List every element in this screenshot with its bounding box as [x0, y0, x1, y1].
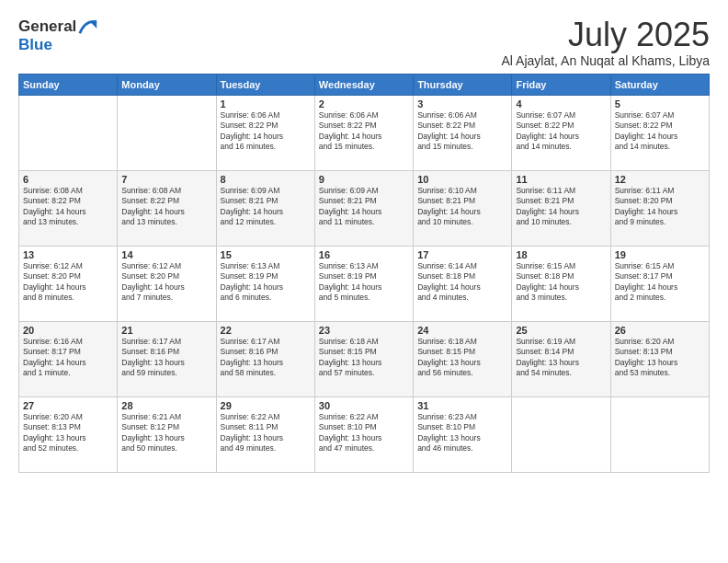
cell-info: Sunrise: 6:07 AM Sunset: 8:22 PM Dayligh… [516, 110, 606, 153]
calendar-cell: 29Sunrise: 6:22 AM Sunset: 8:11 PM Dayli… [216, 396, 314, 472]
header: General Blue July 2025 Al Ajaylat, An Nu… [18, 17, 710, 68]
cell-info: Sunrise: 6:22 AM Sunset: 8:11 PM Dayligh… [221, 412, 311, 454]
day-number: 22 [221, 325, 311, 336]
calendar-cell [19, 95, 118, 170]
calendar-cell: 9Sunrise: 6:09 AM Sunset: 8:21 PM Daylig… [314, 170, 413, 246]
day-number: 7 [121, 174, 211, 185]
cell-info: Sunrise: 6:18 AM Sunset: 8:15 PM Dayligh… [417, 337, 507, 379]
day-number: 12 [615, 174, 705, 185]
day-number: 9 [319, 174, 409, 185]
calendar-cell: 19Sunrise: 6:15 AM Sunset: 8:17 PM Dayli… [610, 246, 709, 321]
cell-info: Sunrise: 6:14 AM Sunset: 8:18 PM Dayligh… [417, 261, 507, 304]
calendar-cell: 23Sunrise: 6:18 AM Sunset: 8:15 PM Dayli… [314, 321, 413, 396]
logo-icon [78, 17, 98, 37]
day-number: 27 [23, 400, 113, 411]
day-number: 6 [23, 174, 113, 185]
calendar-cell: 11Sunrise: 6:11 AM Sunset: 8:21 PM Dayli… [512, 170, 610, 246]
calendar-cell: 7Sunrise: 6:08 AM Sunset: 8:22 PM Daylig… [118, 170, 216, 246]
day-number: 17 [417, 249, 507, 260]
cell-info: Sunrise: 6:09 AM Sunset: 8:21 PM Dayligh… [221, 186, 311, 228]
day-number: 14 [121, 249, 211, 260]
cell-info: Sunrise: 6:06 AM Sunset: 8:22 PM Dayligh… [417, 110, 507, 153]
weekday-header: Monday [118, 74, 216, 95]
calendar-cell: 5Sunrise: 6:07 AM Sunset: 8:22 PM Daylig… [610, 95, 709, 170]
weekday-header: Thursday [414, 74, 512, 95]
calendar-cell: 2Sunrise: 6:06 AM Sunset: 8:22 PM Daylig… [314, 95, 413, 170]
calendar-cell: 20Sunrise: 6:16 AM Sunset: 8:17 PM Dayli… [19, 321, 118, 396]
calendar-cell [512, 396, 610, 472]
calendar-cell [118, 95, 216, 170]
day-number: 21 [121, 325, 211, 336]
logo-general: General [18, 18, 76, 36]
title-block: July 2025 Al Ajaylat, An Nuqat al Khams,… [502, 17, 710, 68]
cell-info: Sunrise: 6:11 AM Sunset: 8:21 PM Dayligh… [516, 186, 606, 228]
day-number: 13 [23, 249, 113, 260]
calendar-cell: 8Sunrise: 6:09 AM Sunset: 8:21 PM Daylig… [216, 170, 314, 246]
day-number: 30 [319, 400, 409, 411]
calendar-cell: 27Sunrise: 6:20 AM Sunset: 8:13 PM Dayli… [19, 396, 118, 472]
calendar-cell: 6Sunrise: 6:08 AM Sunset: 8:22 PM Daylig… [19, 170, 118, 246]
cell-info: Sunrise: 6:23 AM Sunset: 8:10 PM Dayligh… [417, 412, 507, 454]
calendar-cell: 16Sunrise: 6:13 AM Sunset: 8:19 PM Dayli… [314, 246, 413, 321]
day-number: 2 [319, 98, 409, 109]
day-number: 26 [615, 325, 705, 336]
page: General Blue July 2025 Al Ajaylat, An Nu… [0, 0, 728, 563]
day-number: 23 [319, 325, 409, 336]
cell-info: Sunrise: 6:13 AM Sunset: 8:19 PM Dayligh… [221, 261, 311, 304]
weekday-header: Sunday [19, 74, 118, 95]
day-number: 5 [615, 98, 705, 109]
calendar-cell: 17Sunrise: 6:14 AM Sunset: 8:18 PM Dayli… [414, 246, 512, 321]
cell-info: Sunrise: 6:18 AM Sunset: 8:15 PM Dayligh… [319, 337, 409, 379]
cell-info: Sunrise: 6:22 AM Sunset: 8:10 PM Dayligh… [319, 412, 409, 454]
cell-info: Sunrise: 6:15 AM Sunset: 8:17 PM Dayligh… [615, 261, 705, 304]
cell-info: Sunrise: 6:12 AM Sunset: 8:20 PM Dayligh… [121, 261, 211, 304]
cell-info: Sunrise: 6:09 AM Sunset: 8:21 PM Dayligh… [319, 186, 409, 228]
cell-info: Sunrise: 6:19 AM Sunset: 8:14 PM Dayligh… [516, 337, 606, 379]
cell-info: Sunrise: 6:17 AM Sunset: 8:16 PM Dayligh… [221, 337, 311, 379]
day-number: 28 [121, 400, 211, 411]
calendar-cell: 24Sunrise: 6:18 AM Sunset: 8:15 PM Dayli… [414, 321, 512, 396]
day-number: 18 [516, 249, 606, 260]
day-number: 25 [516, 325, 606, 336]
calendar-cell: 28Sunrise: 6:21 AM Sunset: 8:12 PM Dayli… [118, 396, 216, 472]
day-number: 4 [516, 98, 606, 109]
day-number: 15 [221, 249, 311, 260]
day-number: 3 [417, 98, 507, 109]
calendar-cell [610, 396, 709, 472]
calendar-cell: 26Sunrise: 6:20 AM Sunset: 8:13 PM Dayli… [610, 321, 709, 396]
logo-blue: Blue [18, 36, 52, 53]
calendar-cell: 21Sunrise: 6:17 AM Sunset: 8:16 PM Dayli… [118, 321, 216, 396]
calendar-cell: 14Sunrise: 6:12 AM Sunset: 8:20 PM Dayli… [118, 246, 216, 321]
cell-info: Sunrise: 6:10 AM Sunset: 8:21 PM Dayligh… [417, 186, 507, 228]
day-number: 16 [319, 249, 409, 260]
calendar-cell: 13Sunrise: 6:12 AM Sunset: 8:20 PM Dayli… [19, 246, 118, 321]
cell-info: Sunrise: 6:11 AM Sunset: 8:20 PM Dayligh… [615, 186, 705, 228]
cell-info: Sunrise: 6:07 AM Sunset: 8:22 PM Dayligh… [615, 110, 705, 153]
logo: General Blue [18, 17, 98, 54]
calendar-cell: 22Sunrise: 6:17 AM Sunset: 8:16 PM Dayli… [216, 321, 314, 396]
cell-info: Sunrise: 6:15 AM Sunset: 8:18 PM Dayligh… [516, 261, 606, 304]
day-number: 1 [221, 98, 311, 109]
cell-info: Sunrise: 6:12 AM Sunset: 8:20 PM Dayligh… [23, 261, 113, 304]
day-number: 10 [417, 174, 507, 185]
cell-info: Sunrise: 6:06 AM Sunset: 8:22 PM Dayligh… [319, 110, 409, 153]
calendar-cell: 1Sunrise: 6:06 AM Sunset: 8:22 PM Daylig… [216, 95, 314, 170]
month-title: July 2025 [502, 17, 710, 53]
calendar: SundayMondayTuesdayWednesdayThursdayFrid… [18, 74, 710, 473]
day-number: 31 [417, 400, 507, 411]
cell-info: Sunrise: 6:21 AM Sunset: 8:12 PM Dayligh… [121, 412, 211, 454]
cell-info: Sunrise: 6:17 AM Sunset: 8:16 PM Dayligh… [121, 337, 211, 379]
day-number: 8 [221, 174, 311, 185]
cell-info: Sunrise: 6:13 AM Sunset: 8:19 PM Dayligh… [319, 261, 409, 304]
calendar-cell: 10Sunrise: 6:10 AM Sunset: 8:21 PM Dayli… [414, 170, 512, 246]
cell-info: Sunrise: 6:16 AM Sunset: 8:17 PM Dayligh… [23, 337, 113, 379]
weekday-header: Wednesday [314, 74, 413, 95]
cell-info: Sunrise: 6:06 AM Sunset: 8:22 PM Dayligh… [221, 110, 311, 153]
weekday-header: Saturday [610, 74, 709, 95]
calendar-cell: 30Sunrise: 6:22 AM Sunset: 8:10 PM Dayli… [314, 396, 413, 472]
calendar-cell: 15Sunrise: 6:13 AM Sunset: 8:19 PM Dayli… [216, 246, 314, 321]
calendar-cell: 4Sunrise: 6:07 AM Sunset: 8:22 PM Daylig… [512, 95, 610, 170]
cell-info: Sunrise: 6:20 AM Sunset: 8:13 PM Dayligh… [615, 337, 705, 379]
cell-info: Sunrise: 6:20 AM Sunset: 8:13 PM Dayligh… [23, 412, 113, 454]
day-number: 24 [417, 325, 507, 336]
